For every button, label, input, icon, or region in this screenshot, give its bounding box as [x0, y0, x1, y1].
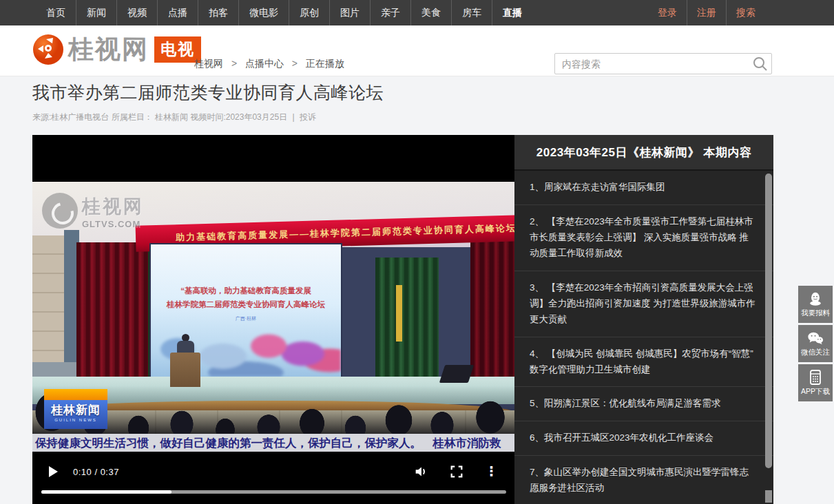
search-input[interactable]: [555, 59, 751, 70]
nav-item[interactable]: 亲子: [370, 0, 410, 25]
wechat-follow-button[interactable]: 微信关注: [798, 325, 833, 362]
nav-account-link[interactable]: 登录: [648, 0, 687, 25]
nav-account-link[interactable]: 搜索: [726, 0, 765, 25]
breadcrumb-separator: >: [231, 58, 237, 69]
meta-column: 所属栏目： 桂林新闻: [112, 112, 188, 122]
meta-time: 视频时间:2023年03月25日: [190, 112, 287, 122]
nav-item[interactable]: 首页: [36, 0, 76, 25]
nav-item[interactable]: 美食: [410, 0, 451, 25]
nav-item[interactable]: 图片: [329, 0, 370, 25]
breadcrumb-home[interactable]: 桂视网: [194, 58, 223, 69]
report-label: 我要报料: [801, 308, 830, 318]
content-search: [554, 53, 772, 74]
watermark-domain: GLTVS.COM: [82, 219, 144, 229]
nav-item[interactable]: 房车: [451, 0, 492, 25]
meta-source: 来源:桂林广播电视台: [32, 112, 109, 122]
sidebar-scrollbar[interactable]: [765, 174, 772, 503]
main-content: 助力基础教育高质量发展——桂林学院第二届师范类专业协同育人高峰论坛 “基高联动，…: [32, 135, 773, 504]
podium: [170, 353, 200, 387]
station-watermark: 桂视网 GLTVS.COM: [42, 193, 144, 229]
article-head: 我市举办第二届师范类专业协同育人高峰论坛 来源:桂林广播电视台 所属栏目： 桂林…: [32, 81, 773, 123]
progress-fill: [41, 490, 171, 494]
video-controls-bar: 0:10 / 0:37 ⋮: [32, 452, 514, 504]
stage-yellow-strip: [396, 285, 402, 342]
stage-green-curtain-right: [375, 258, 439, 392]
volume-icon[interactable]: [413, 464, 428, 479]
breadcrumb-separator: >: [292, 58, 298, 69]
stage-monitor-speaker: [439, 365, 474, 383]
news-logo-orange-bar: [44, 389, 107, 400]
scrollbar-thumb[interactable]: [765, 174, 772, 468]
playlist-title: 2023年03年25日《桂林新闻》 本期内容: [514, 135, 773, 171]
wechat-icon: [807, 330, 824, 346]
app-download-button[interactable]: APP下载: [798, 364, 833, 401]
scrollbar-thumb-bottom[interactable]: [765, 490, 772, 503]
search-icon[interactable]: [751, 55, 769, 73]
complaint-link[interactable]: 投诉: [300, 112, 316, 122]
wechat-label: 微信关注: [801, 348, 830, 357]
nav-menu: 首页新闻视频点播拍客微电影原创图片亲子美食房车直播: [36, 0, 532, 25]
site-header: 桂视网 电视 桂视网 > 点播中心 > 正在播放: [0, 25, 834, 76]
site-logo[interactable]: 桂视网 电视: [32, 32, 201, 67]
page: 首页新闻视频点播拍客微电影原创图片亲子美食房车直播 登录注册搜索 桂视网 电视 …: [0, 0, 834, 504]
floating-toolbar: 我要报料 微信关注 APP下载: [798, 286, 833, 403]
playlist-item[interactable]: 7、象山区举办创建全国文明城市惠民演出暨学雷锋志愿服务进社区活动: [514, 456, 773, 504]
app-download-label: APP下载: [801, 387, 830, 397]
nav-item[interactable]: 新闻: [76, 0, 116, 25]
news-program-logo: 桂林新闻 GUILIN NEWS: [44, 389, 107, 429]
page-title: 我市举办第二届师范类专业协同育人高峰论坛: [32, 81, 773, 104]
video-subtitle: 保持健康文明生活习惯，做好自己健康的第一责任人，保护自己，保护家人。 桂林市消防…: [32, 434, 514, 452]
playlist-item[interactable]: 2、 【李楚在2023年全市质量强市工作暨第七届桂林市市长质量奖表彰会上强调】 …: [514, 205, 773, 271]
breadcrumb-vod-center[interactable]: 点播中心: [245, 58, 284, 69]
top-navigation: 首页新闻视频点播拍客微电影原创图片亲子美食房车直播 登录注册搜索: [0, 0, 834, 25]
playlist-sidebar: 2023年03年25日《桂林新闻》 本期内容 1、周家斌在京走访富华国际集团2、…: [514, 135, 773, 504]
playlist-item[interactable]: 4、 【创城为民 创城靠民 创城惠民】农贸市场有“智慧” 数字化管理助力卫生城市…: [514, 337, 773, 388]
nav-account-link[interactable]: 注册: [687, 0, 726, 25]
breadcrumb: 桂视网 > 点播中心 > 正在播放: [194, 58, 344, 70]
news-logo-subtitle: GUILIN NEWS: [44, 418, 107, 422]
logo-text: 桂视网: [68, 32, 149, 67]
nav-item[interactable]: 点播: [157, 0, 198, 25]
time-display: 0:10 / 0:37: [73, 467, 119, 477]
breadcrumb-now-playing: 正在播放: [306, 58, 344, 69]
playlist-item[interactable]: 3、 【李楚在2023年全市招商引资高质量发展大会上强调】全力跑出招商引资加速度…: [514, 271, 773, 337]
more-options-icon[interactable]: ⋮: [485, 464, 498, 479]
watermark-title: 桂视网: [82, 194, 144, 219]
logo-icon: [32, 34, 64, 65]
news-logo-title: 桂林新闻: [44, 402, 107, 418]
playlist: 1、周家斌在京走访富华国际集团2、 【李楚在2023年全市质量强市工作暨第七届桂…: [514, 171, 773, 504]
nav-item[interactable]: 直播: [492, 0, 532, 25]
watermark-logo-icon: [42, 193, 78, 229]
progress-bar[interactable]: [41, 490, 506, 494]
play-button[interactable]: [49, 466, 58, 477]
report-button[interactable]: 我要报料: [798, 286, 833, 323]
nav-item[interactable]: 视频: [116, 0, 157, 25]
screen-subtitle: 广西·桂林: [151, 315, 341, 322]
playlist-item[interactable]: 6、我市召开五城区2023年农机化工作座谈会: [514, 421, 773, 456]
video-player[interactable]: 助力基础教育高质量发展——桂林学院第二届师范类专业协同育人高峰论坛 “基高联动，…: [32, 135, 514, 504]
phone-icon: [809, 370, 822, 385]
screen-title: “基高联动，助力基础教育高质量发展 桂林学院第二届师范类专业协同育人高峰论坛: [151, 284, 341, 311]
playlist-item[interactable]: 5、阳朔漓江景区：优化航线布局满足游客需求: [514, 387, 773, 421]
nav-item[interactable]: 拍客: [198, 0, 238, 25]
nav-item[interactable]: 原创: [289, 0, 329, 25]
fullscreen-icon[interactable]: [449, 464, 464, 479]
article-meta: 来源:桂林广播电视台 所属栏目： 桂林新闻 视频时间:2023年03月25日 |…: [32, 112, 773, 123]
meta-separator: |: [292, 112, 294, 122]
video-frame: 助力基础教育高质量发展——桂林学院第二届师范类专业协同育人高峰论坛 “基高联动，…: [32, 182, 514, 434]
nav-account-links: 登录注册搜索: [648, 0, 765, 25]
nav-item[interactable]: 微电影: [238, 0, 289, 25]
playlist-item[interactable]: 1、周家斌在京走访富华国际集团: [514, 171, 773, 205]
qq-icon: [808, 291, 823, 306]
